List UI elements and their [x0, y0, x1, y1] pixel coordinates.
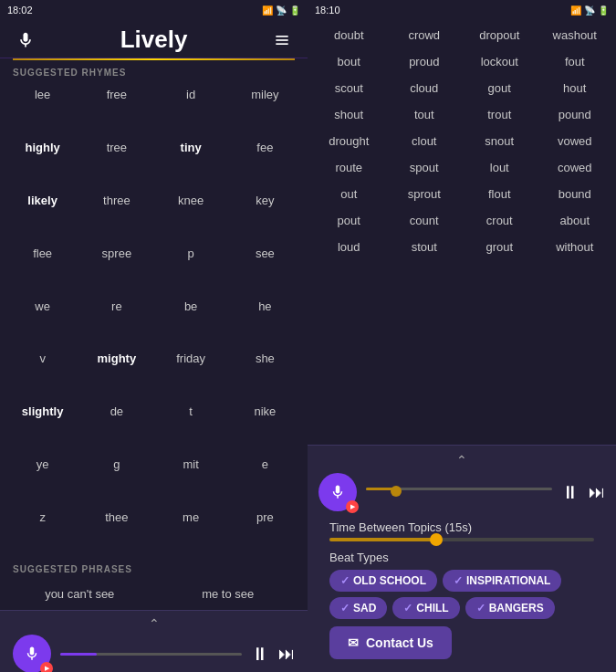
status-bar-left: 18:02 📶 📡 🔋	[0, 0, 308, 20]
expand-chevron-left[interactable]: ⌃	[13, 616, 295, 631]
rhyme-word: she	[228, 345, 302, 398]
rhyme-word: v	[5, 345, 79, 398]
beat-tag-label: SAD	[353, 602, 376, 614]
right-player-bar: ⌃ ▶ ⏸ ⏭ Time Between Topics (	[308, 445, 616, 672]
beat-tag-old-school[interactable]: ✓ OLD SCHOOL	[329, 570, 437, 592]
progress-track-left	[60, 653, 242, 656]
phrases-section-label: SUGGESTED PHRASES	[0, 557, 308, 578]
time-left: 18:02	[7, 5, 33, 16]
rhyme-word: without	[538, 234, 613, 260]
left-player-bar: ⌃ ▶ ⏸ ⏭	[0, 610, 308, 672]
rhyme-word: doubt	[311, 22, 387, 48]
signal-icon: 📶	[262, 5, 273, 16]
beat-tag-label: BANGERS	[489, 602, 544, 614]
rhyme-word: e	[228, 451, 302, 504]
rhyme-word: pre	[228, 504, 302, 557]
mic-button[interactable]	[13, 27, 38, 53]
beat-tag-bangers[interactable]: ✓ BANGERS	[465, 597, 555, 619]
rhyme-word: route	[311, 154, 387, 181]
envelope-icon: ✉	[348, 635, 359, 650]
rhyme-word: dropout	[462, 22, 538, 48]
check-icon: ✓	[340, 574, 350, 587]
rhyme-word: clout	[387, 128, 463, 154]
pause-button-left[interactable]: ⏸	[251, 644, 269, 665]
menu-button[interactable]	[269, 27, 295, 53]
play-badge-left: ▶	[40, 662, 53, 672]
player-controls-left: ▶ ⏸ ⏭	[13, 635, 295, 672]
beat-tag-inspirational[interactable]: ✓ INSPIRATIONAL	[443, 570, 561, 592]
rhyme-word: tout	[387, 101, 463, 128]
status-bar-right: 18:10 📶 📡 🔋	[308, 0, 616, 20]
battery-icon: 🔋	[289, 5, 300, 16]
phrases-grid: you can't see me to see	[0, 578, 308, 610]
rhyme-word: out	[311, 181, 387, 207]
rhymes-grid-left: lee free id miley highly tree tiny fee l…	[0, 81, 308, 557]
rhyme-word: lockout	[462, 48, 538, 75]
rhyme-word: bout	[311, 48, 387, 75]
progress-bar-right[interactable]	[366, 488, 552, 497]
rhyme-word: ye	[5, 451, 79, 504]
pause-button-right[interactable]: ⏸	[561, 482, 579, 503]
svg-rect-2	[276, 43, 287, 45]
rhyme-word: mit	[154, 451, 228, 504]
beat-tag-label: INSPIRATIONAL	[466, 574, 550, 587]
rhyme-word: t	[154, 398, 228, 451]
rhyme-word: spree	[79, 240, 153, 293]
svg-rect-0	[276, 36, 287, 37]
progress-bar-left[interactable]	[60, 653, 242, 656]
rhyme-word: pout	[311, 207, 387, 234]
rhyme-word: thee	[79, 504, 153, 557]
rhyme-word: trout	[462, 101, 538, 128]
transport-buttons-left: ⏸ ⏭	[251, 644, 295, 665]
progress-fill-right	[366, 488, 394, 490]
rhymes-section-label: SUGGESTED RHYMES	[0, 60, 308, 81]
rhyme-word: tiny	[154, 134, 228, 187]
expand-chevron-right[interactable]: ⌃	[318, 453, 605, 467]
time-slider-fill	[329, 538, 435, 541]
rhyme-word: tree	[79, 134, 153, 187]
mic-play-button-left[interactable]: ▶	[13, 635, 51, 672]
fast-forward-button-right[interactable]: ⏭	[589, 483, 605, 502]
fast-forward-button-left[interactable]: ⏭	[278, 645, 295, 664]
check-icon: ✓	[476, 602, 485, 614]
rhyme-word: stout	[387, 234, 463, 260]
check-icon: ✓	[340, 602, 350, 614]
contact-us-button[interactable]: ✉ Contact Us	[329, 626, 452, 659]
check-icon: ✓	[454, 574, 463, 587]
wifi-icon-right: 📡	[584, 5, 595, 16]
beat-tag-label: CHILL	[416, 602, 448, 614]
rhyme-word: proud	[387, 48, 463, 75]
rhyme-word: hout	[538, 75, 613, 101]
rhyme-word: mighty	[79, 345, 153, 398]
rhyme-word: slightly	[5, 398, 79, 451]
rhyme-word: scout	[311, 75, 387, 101]
progress-fill-left	[60, 653, 97, 656]
right-panel: 18:10 📶 📡 🔋 doubt crowd dropout washout …	[308, 0, 616, 672]
rhyme-word: de	[79, 398, 153, 451]
rhyme-word: crout	[462, 207, 538, 234]
phrase-word: me to see	[154, 582, 303, 606]
status-icons-left: 📶 📡 🔋	[262, 5, 300, 16]
rhyme-word: three	[79, 187, 153, 240]
progress-thumb-right	[391, 486, 402, 497]
beat-tag-chill[interactable]: ✓ CHILL	[392, 597, 459, 619]
rhyme-word: nike	[228, 398, 302, 451]
rhyme-word: pound	[538, 101, 613, 128]
rhyme-word: we	[5, 293, 79, 346]
rhyme-word: count	[387, 207, 463, 234]
rhyme-word: me	[154, 504, 228, 557]
settings-section: Time Between Topics (15s) Beat Types ✓ O…	[318, 517, 605, 659]
rhyme-word: re	[79, 293, 153, 346]
rhymes-scroll-area[interactable]: doubt crowd dropout washout bout proud l…	[308, 20, 616, 445]
rhyme-word: knee	[154, 187, 228, 240]
time-slider[interactable]	[329, 538, 594, 541]
transport-buttons-right: ⏸ ⏭	[561, 482, 605, 503]
rhyme-word: shout	[311, 101, 387, 128]
rhyme-word: id	[154, 81, 228, 134]
rhyme-word: drought	[311, 128, 387, 154]
mic-play-button-right[interactable]: ▶	[318, 473, 357, 511]
rhyme-word: snout	[462, 128, 538, 154]
status-icons-right: 📶 📡 🔋	[570, 5, 609, 16]
check-icon: ✓	[403, 602, 412, 614]
beat-tag-sad[interactable]: ✓ SAD	[329, 597, 387, 619]
